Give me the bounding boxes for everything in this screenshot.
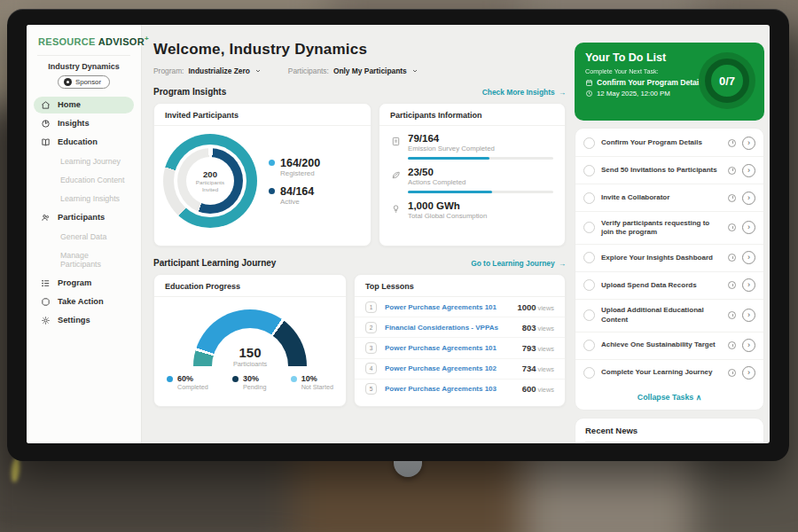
sidebar-item-learning-insights[interactable]: Learning Insights	[34, 191, 134, 207]
next-task-label: Confirm Your Program Details	[597, 78, 705, 87]
chevron-down-icon	[254, 67, 262, 74]
lesson-row: 4 Power Purchase Agreements 102 734views	[355, 359, 565, 379]
lesson-link[interactable]: Power Purchase Agreements 101	[385, 344, 522, 352]
task-checkbox[interactable]	[583, 367, 595, 379]
sidebar-item-label: Home	[58, 100, 81, 109]
task-row: Invite a Collaborator ›	[575, 184, 763, 212]
clock-icon	[728, 369, 736, 377]
legend-dot	[269, 188, 275, 194]
lesson-rank: 4	[365, 363, 377, 374]
task-checkbox[interactable]	[583, 252, 595, 263]
legend-not-started: 10%Not Started	[291, 374, 333, 391]
task-checkbox[interactable]	[583, 137, 595, 149]
dashboard-screen: RESOURCEADVISOR+ Industry Dynamics Spons…	[27, 25, 770, 443]
invited-participants-donut: 200 Participants Invited	[163, 134, 257, 228]
sidebar-item-label: Take Action	[58, 297, 104, 306]
legend-dot	[269, 160, 275, 166]
due-date: 12 May 2025, 12:00 PM	[597, 90, 670, 98]
lesson-link[interactable]: Power Purchase Agreements 103	[385, 385, 522, 393]
bulb-icon	[391, 203, 401, 215]
survey-icon	[391, 136, 401, 147]
task-chevron-button[interactable]: ›	[742, 366, 755, 379]
clock-icon	[728, 223, 736, 231]
card-title: Invited Participants	[154, 104, 371, 126]
clock-icon	[728, 167, 736, 175]
top-lessons-card: Top Lessons 1 Power Purchase Agreements …	[354, 274, 566, 407]
sidebar-item-home[interactable]: Home	[34, 97, 134, 113]
card-title: Top Lessons	[355, 275, 565, 297]
participants-label: Participants:	[288, 66, 329, 75]
sidebar-item-insights[interactable]: Insights	[34, 115, 134, 132]
participants-dropdown[interactable]: Participants: Only My Participants	[288, 66, 419, 75]
task-chevron-button[interactable]: ›	[742, 251, 755, 264]
sidebar-item-participants[interactable]: Participants	[34, 209, 134, 226]
go-to-learning-journey-link[interactable]: Go to Learning Journey →	[471, 259, 566, 268]
sidebar-item-education[interactable]: Education	[34, 134, 134, 151]
lesson-rank: 3	[365, 342, 377, 354]
monitor-bezel: RESOURCEADVISOR+ Industry Dynamics Spons…	[7, 9, 789, 461]
sidebar-item-settings[interactable]: Settings	[34, 312, 134, 329]
task-chevron-button[interactable]: ›	[742, 164, 755, 177]
people-icon	[41, 213, 51, 223]
todo-column: Your To Do List Complete Your Next Task:…	[575, 25, 770, 443]
lesson-link[interactable]: Power Purchase Agreements 101	[385, 303, 517, 311]
sidebar-item-education-content[interactable]: Education Content	[34, 172, 134, 188]
invited-participants-card: Invited Participants 200 Participants In…	[153, 103, 372, 246]
task-row: Upload Spend Data Records ›	[575, 272, 763, 300]
program-dropdown[interactable]: Program: Industrialize Zero	[153, 66, 262, 75]
gauge-center-value: 150	[193, 345, 307, 360]
task-checkbox[interactable]	[583, 165, 595, 176]
lesson-rank: 1	[365, 301, 377, 313]
learning-journey-title: Participant Learning Journey	[153, 258, 276, 268]
sidebar-nav: Home Insights Education Learning Journey…	[27, 97, 141, 329]
home-icon	[41, 100, 51, 110]
todo-summary-card: Your To Do List Complete Your Next Task:…	[575, 43, 764, 121]
sponsor-badge[interactable]: Sponsor	[58, 75, 110, 89]
task-chevron-button[interactable]: ›	[742, 137, 755, 150]
task-checkbox[interactable]	[583, 340, 595, 351]
progress-fill	[408, 191, 492, 193]
page-title: Welcome, Industry Dynamics	[153, 41, 566, 59]
task-checkbox[interactable]	[583, 279, 595, 291]
lesson-link[interactable]: Power Purchase Agreements 102	[385, 364, 522, 372]
insights-icon	[41, 119, 51, 129]
task-row: Explore Your Insights Dashboard ›	[575, 245, 763, 272]
sidebar: RESOURCEADVISOR+ Industry Dynamics Spons…	[27, 25, 142, 443]
arrow-right-icon: →	[559, 88, 566, 97]
take-action-icon	[41, 297, 51, 307]
leaf-icon	[391, 169, 401, 181]
recent-news-card: Recent News	[575, 418, 764, 443]
progress-track	[408, 191, 553, 193]
lesson-link[interactable]: Financial Considerations - VPPAs	[385, 324, 522, 332]
task-checkbox[interactable]	[583, 309, 595, 321]
task-chevron-button[interactable]: ›	[742, 309, 755, 322]
link-label: Check More Insights	[482, 88, 555, 97]
sidebar-item-manage-participants[interactable]: Manage Participants	[34, 247, 134, 272]
lesson-row: 5 Power Purchase Agreements 103 600views	[355, 379, 565, 399]
sidebar-item-label: Education	[58, 137, 98, 146]
app-logo: RESOURCEADVISOR+	[27, 25, 141, 47]
divider	[585, 442, 754, 442]
clock-icon	[728, 194, 736, 202]
main-content: Welcome, Industry Dynamics Program: Indu…	[142, 25, 575, 443]
sidebar-item-take-action[interactable]: Take Action	[34, 293, 134, 310]
sidebar-item-program[interactable]: Program	[34, 275, 134, 292]
task-checkbox[interactable]	[583, 192, 595, 204]
legend-dot	[232, 376, 239, 382]
task-checkbox[interactable]	[583, 222, 595, 233]
lesson-rank: 2	[365, 322, 377, 333]
todo-task-list: Confirm Your Program Details › Send 50 I…	[575, 128, 764, 411]
arrow-right-icon: →	[559, 259, 566, 268]
sidebar-item-learning-journey[interactable]: Learning Journey	[34, 153, 134, 169]
sidebar-item-general-data[interactable]: General Data	[34, 229, 134, 245]
chevron-up-icon: ∧	[696, 393, 701, 402]
collapse-tasks-link[interactable]: Collapse Tasks ∧	[575, 387, 763, 409]
task-chevron-button[interactable]: ›	[742, 192, 755, 205]
task-chevron-button[interactable]: ›	[742, 221, 755, 234]
task-chevron-button[interactable]: ›	[742, 339, 755, 352]
task-chevron-button[interactable]: ›	[742, 278, 755, 292]
task-row: Upload Additional Educational Content ›	[575, 300, 763, 332]
chevron-down-icon	[411, 67, 419, 74]
check-more-insights-link[interactable]: Check More Insights →	[482, 88, 566, 97]
lesson-row: 2 Financial Considerations - VPPAs 803vi…	[355, 317, 565, 338]
